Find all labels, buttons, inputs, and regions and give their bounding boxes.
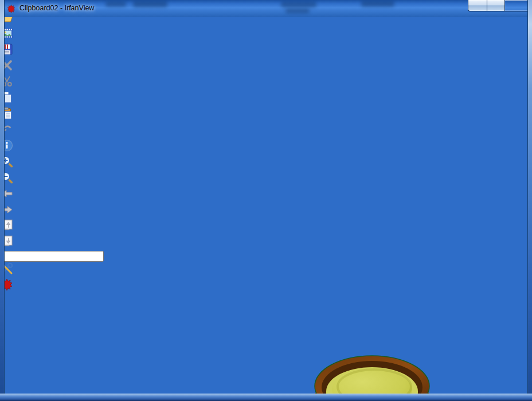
zoom-out-button[interactable] [0,171,532,187]
copy-button[interactable] [0,91,532,107]
zoom-in-button[interactable] [0,155,532,171]
glass-blur-artifact [133,1,167,7]
glass-blur-artifact [285,9,310,13]
page-counter-input[interactable] [0,251,104,262]
cut-button[interactable] [0,74,532,91]
slideshow-button[interactable] [0,26,532,42]
paste-button[interactable] [0,107,532,123]
glass-blur-artifact [361,1,394,7]
save-button[interactable] [0,42,532,58]
undo-button[interactable] [0,123,532,139]
glass-blur-artifact [281,2,316,7]
irfanview-window: Clipboard02 - IrfanView File Edit Image … [0,0,532,401]
image-info-button[interactable] [0,139,532,155]
window-title: Clipboard02 - IrfanView [19,4,94,12]
window-frame-bottom [0,394,532,401]
delete-button[interactable] [0,58,532,74]
minimize-button[interactable] [468,0,487,11]
last-page-button[interactable] [0,235,532,251]
image-canvas: Boundary Volume by Surfaces Pick the bou… [0,294,532,401]
close-button[interactable] [504,0,530,11]
glass-blur-artifact [105,2,126,7]
irfanview-logo-button[interactable] [0,278,532,294]
previous-image-button[interactable] [0,187,532,203]
next-image-button[interactable] [0,203,532,219]
irfanview-app-icon [6,4,16,14]
maximize-button[interactable] [487,0,504,11]
toolbar [0,10,532,294]
titlebar: Clipboard02 - IrfanView [0,0,532,17]
window-frame-right [527,0,532,401]
caption-buttons [468,0,530,11]
window-frame-left [0,0,5,401]
settings-tools-button[interactable] [0,262,532,278]
viewport-3d[interactable] [0,294,523,401]
first-page-button[interactable] [0,219,532,235]
